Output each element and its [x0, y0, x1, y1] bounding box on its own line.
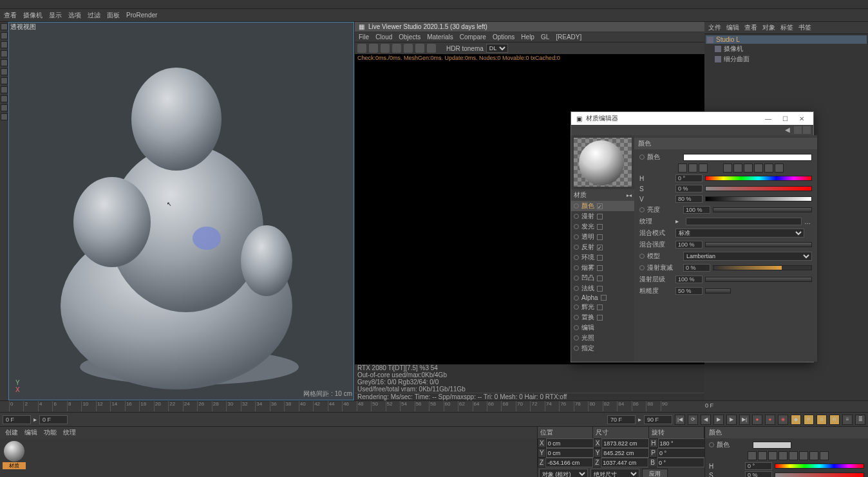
tab-object[interactable]: 对象: [762, 23, 775, 32]
falloff-slider[interactable]: [713, 265, 812, 270]
mat-tab-func[interactable]: 功能: [44, 428, 57, 437]
timeline-tick[interactable]: 68: [501, 401, 515, 411]
timeline-tick[interactable]: 66: [487, 401, 501, 411]
eyedropper-icon[interactable]: [775, 164, 784, 173]
timeline-tick[interactable]: 80: [588, 401, 602, 411]
tab-bookmark[interactable]: 书签: [798, 23, 811, 32]
channel-checkbox[interactable]: [597, 214, 603, 220]
channel-checkbox[interactable]: [597, 315, 603, 321]
menu-camera[interactable]: 摄像机: [23, 11, 42, 20]
channel-checkbox[interactable]: [597, 265, 603, 271]
timeline-tick[interactable]: 62: [458, 401, 472, 411]
menu-filter[interactable]: 过滤: [88, 11, 100, 20]
timeline-tick[interactable]: 12: [96, 401, 110, 411]
apply-button[interactable]: 应用: [642, 469, 668, 477]
timeline-tick[interactable]: 44: [328, 401, 342, 411]
picker-icon[interactable]: [809, 451, 818, 460]
timeline-tick[interactable]: 40: [299, 401, 313, 411]
channel-checkbox[interactable]: [601, 295, 607, 301]
prev-frame-icon[interactable]: ◀: [701, 415, 711, 425]
key-icon[interactable]: ◈: [778, 415, 788, 425]
rot-b[interactable]: [657, 458, 704, 467]
tool-btn[interactable]: [1, 77, 8, 84]
picker-icon[interactable]: [758, 451, 767, 460]
timeline-tick[interactable]: 88: [646, 401, 660, 411]
channel-烟雾[interactable]: 烟雾: [571, 263, 634, 273]
lv-menu-help[interactable]: Help: [521, 33, 534, 41]
timeline-tick[interactable]: 38: [284, 401, 298, 411]
timeline-tick[interactable]: 24: [183, 401, 197, 411]
lv-menu-objects[interactable]: Objects: [399, 33, 420, 41]
attr-s[interactable]: 0 %: [745, 471, 772, 477]
material-thumb[interactable]: 材质: [3, 441, 26, 469]
tree-row[interactable]: 细分曲面: [706, 54, 867, 64]
timeline-tick[interactable]: 82: [603, 401, 617, 411]
lock-icon[interactable]: [794, 126, 802, 134]
brightness-slider[interactable]: [713, 207, 812, 212]
channel-反射[interactable]: 反射: [571, 242, 634, 252]
timeline-tick[interactable]: 0: [9, 401, 23, 411]
tool-btn[interactable]: [1, 32, 8, 39]
buddha-model[interactable]: [48, 61, 318, 396]
size-x[interactable]: [601, 438, 649, 448]
rot-h[interactable]: [658, 438, 706, 448]
picker-icon[interactable]: [799, 451, 808, 460]
tree-row[interactable]: Studio L: [706, 35, 867, 44]
pos-x[interactable]: [546, 438, 594, 448]
pos-z[interactable]: [545, 458, 593, 467]
menu-panel[interactable]: 面板: [107, 11, 120, 20]
lv-lock-icon[interactable]: [415, 44, 424, 53]
hue-slider[interactable]: [775, 463, 864, 469]
tool-btn[interactable]: [1, 113, 8, 120]
falloff-field[interactable]: 0 %: [683, 264, 710, 272]
channel-辉光[interactable]: 辉光: [571, 302, 634, 312]
arrow-icon[interactable]: ▸◂: [627, 192, 632, 198]
lv-menu-cloud[interactable]: Cloud: [375, 33, 392, 41]
colorpicker-icon[interactable]: [764, 164, 773, 173]
timeline-tick[interactable]: 16: [125, 401, 139, 411]
rough-slider[interactable]: [705, 288, 731, 294]
layers-field[interactable]: 100 %: [675, 276, 703, 283]
tab-view[interactable]: 查看: [744, 23, 757, 32]
channel-漫射[interactable]: 漫射: [571, 211, 634, 221]
channel-透明[interactable]: 透明: [571, 232, 634, 242]
key-rot-icon[interactable]: R: [829, 415, 840, 425]
channel-checkbox[interactable]: [597, 286, 603, 292]
frame-current[interactable]: 70 F: [607, 415, 636, 424]
lv-menu-options[interactable]: Options: [493, 33, 514, 41]
lv-menu-file[interactable]: File: [359, 33, 369, 41]
picker-icon[interactable]: [748, 451, 757, 460]
lv-render-icon[interactable]: [392, 44, 401, 53]
mat-tab-tex[interactable]: 纹理: [63, 428, 76, 437]
lv-menu-gl[interactable]: GL: [541, 33, 549, 41]
goto-end-icon[interactable]: ▶|: [739, 415, 750, 425]
material-name[interactable]: 材质: [574, 191, 587, 200]
tool-btn[interactable]: [1, 59, 8, 66]
timeline-tick[interactable]: 84: [617, 401, 631, 411]
sat-slider[interactable]: [705, 186, 812, 191]
tex-browse-icon[interactable]: …: [804, 218, 811, 225]
rot-p[interactable]: [657, 448, 705, 458]
colorpicker-icon[interactable]: [744, 164, 753, 173]
channel-checkbox[interactable]: [597, 203, 603, 209]
channel-凹凸[interactable]: 凹凸: [571, 273, 634, 283]
material-editor-window[interactable]: ▣ 材质编辑器 — ☐ ✕ ◀ 材质▸◂ 颜色漫射发光透明反射环境烟雾凹凸法线A…: [571, 111, 814, 362]
timeline-tick[interactable]: 30: [226, 401, 240, 411]
menu-view[interactable]: 查看: [4, 11, 17, 20]
size-mode[interactable]: 绝对尺寸: [590, 469, 639, 477]
color-swatch[interactable]: [683, 154, 812, 161]
picker-icon[interactable]: [789, 451, 798, 460]
channel-checkbox[interactable]: [597, 255, 603, 261]
channel-checkbox[interactable]: [597, 304, 603, 310]
hue-slider[interactable]: [705, 176, 812, 181]
timeline-tick[interactable]: 72: [530, 401, 544, 411]
timeline-tick[interactable]: 54: [400, 401, 414, 411]
layers-slider[interactable]: [705, 277, 812, 282]
maximize-icon[interactable]: ☐: [778, 115, 791, 122]
texture-slot[interactable]: [686, 218, 802, 225]
s-field[interactable]: 0 %: [675, 185, 703, 192]
tex-arrow-icon[interactable]: ▸: [675, 218, 683, 225]
frame-end[interactable]: 90 F: [644, 415, 672, 424]
timeline-tick[interactable]: 10: [81, 401, 95, 411]
tab-tags[interactable]: 标签: [780, 23, 793, 32]
